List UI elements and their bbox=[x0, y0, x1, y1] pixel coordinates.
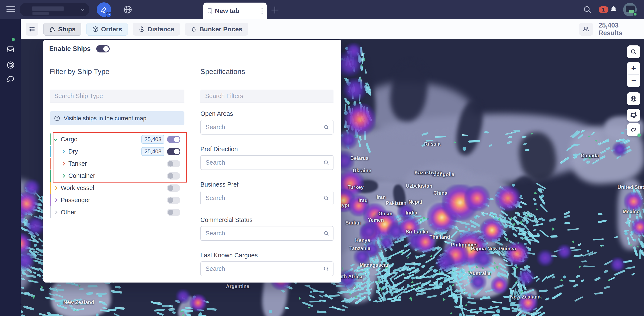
spec-search-input-business-pref[interactable] bbox=[201, 195, 323, 202]
spec-search-input-commercial-status[interactable] bbox=[201, 230, 323, 237]
ship-track bbox=[206, 307, 216, 311]
bookmark-icon bbox=[207, 8, 212, 14]
chevron-right-icon[interactable] bbox=[54, 198, 58, 202]
ship-type-row-other[interactable]: Other bbox=[43, 206, 192, 218]
ship-marker bbox=[465, 226, 467, 228]
sidebar-radar-button[interactable] bbox=[6, 61, 15, 70]
compose-dropdown-badge[interactable] bbox=[106, 12, 112, 18]
global-search-button[interactable] bbox=[583, 5, 592, 15]
other-toggle[interactable] bbox=[167, 209, 180, 216]
plus-icon: + bbox=[631, 64, 636, 72]
ship-track bbox=[582, 260, 587, 263]
dry-toggle[interactable] bbox=[167, 148, 180, 155]
new-tab-button[interactable] bbox=[271, 6, 279, 14]
density-heat-blob bbox=[24, 179, 40, 196]
ship-track bbox=[583, 265, 594, 267]
mode-button-ships[interactable]: Ships bbox=[44, 23, 81, 36]
density-heat-blob bbox=[343, 78, 366, 101]
chevron-right-icon[interactable] bbox=[62, 150, 65, 153]
map-country-label: United States bbox=[618, 185, 644, 190]
cargo-toggle[interactable] bbox=[167, 136, 180, 143]
ship-type-row-tanker[interactable]: Tanker bbox=[43, 157, 192, 170]
ship-track bbox=[593, 239, 604, 241]
chevron-right-icon[interactable] bbox=[62, 162, 65, 166]
chevron-right-icon[interactable] bbox=[54, 186, 58, 190]
list-view-button[interactable] bbox=[26, 23, 38, 36]
spec-label-last-known-cargoes: Last Known Cargoes bbox=[200, 252, 258, 259]
ship-track bbox=[551, 292, 562, 300]
ship-track bbox=[426, 295, 437, 298]
notification-count-badge[interactable]: 1 bbox=[599, 6, 608, 13]
spec-search-input-open-areas[interactable] bbox=[201, 124, 323, 131]
spec-filters-search-input[interactable] bbox=[200, 90, 334, 103]
container-toggle[interactable] bbox=[167, 172, 180, 180]
ship-track bbox=[539, 229, 549, 238]
panel-header: Enable Ships bbox=[43, 40, 342, 58]
ship-marker bbox=[468, 228, 470, 231]
ship-track bbox=[581, 279, 584, 282]
ship-track bbox=[577, 243, 582, 246]
ship-track bbox=[569, 280, 576, 282]
work-vessel-toggle[interactable] bbox=[167, 185, 180, 192]
ship-track bbox=[541, 276, 547, 282]
contacts-filter-button[interactable] bbox=[579, 23, 593, 36]
spec-search-input-pref-direction[interactable] bbox=[201, 159, 323, 166]
mode-button-orders[interactable]: Orders bbox=[86, 23, 128, 36]
ship-type-row-cargo[interactable]: Cargo25,403 bbox=[43, 133, 192, 145]
map-country-label: China bbox=[434, 190, 447, 196]
density-heat-blob bbox=[491, 276, 508, 294]
language-globe-button[interactable] bbox=[123, 5, 132, 15]
map-country-label: Turkey bbox=[348, 185, 364, 190]
enable-ships-toggle[interactable] bbox=[96, 45, 110, 52]
spec-search-input-last-known-cargoes[interactable] bbox=[201, 265, 323, 272]
ship-marker bbox=[571, 240, 574, 243]
density-heat-blob bbox=[436, 253, 455, 272]
tab-new-tab[interactable]: New tab bbox=[204, 3, 267, 19]
account-selector[interactable] bbox=[20, 3, 90, 17]
ship-track bbox=[390, 299, 396, 302]
chevron-right-icon[interactable] bbox=[54, 210, 58, 214]
map-polygon-button[interactable] bbox=[627, 109, 640, 121]
tab-menu-icon[interactable] bbox=[262, 8, 263, 14]
ship-type-search-input[interactable] bbox=[50, 90, 184, 103]
ship-type-row-passenger[interactable]: Passenger bbox=[43, 194, 192, 206]
density-heat-blob bbox=[26, 216, 45, 236]
redacted-text bbox=[32, 12, 49, 15]
ship-type-row-work-vessel[interactable]: Work vessel bbox=[43, 182, 192, 194]
count-badge: 25,403 bbox=[142, 147, 164, 156]
polygon-icon bbox=[630, 112, 637, 118]
sidebar-chat-button[interactable] bbox=[6, 75, 15, 84]
zoom-in-button[interactable]: + bbox=[627, 62, 640, 74]
map-search-button[interactable] bbox=[627, 45, 640, 58]
notifications-bell-button[interactable] bbox=[610, 5, 618, 14]
hamburger-menu-icon[interactable] bbox=[6, 6, 15, 13]
chevron-right-icon[interactable] bbox=[62, 174, 65, 178]
ship-type-label: Dry bbox=[68, 148, 78, 155]
ship-marker bbox=[634, 239, 636, 242]
ship-marker bbox=[624, 232, 628, 235]
search-icon bbox=[323, 124, 329, 130]
ship-track bbox=[57, 289, 64, 291]
zoom-out-button[interactable]: − bbox=[627, 75, 640, 87]
passenger-toggle[interactable] bbox=[167, 197, 180, 204]
ship-track bbox=[40, 288, 45, 291]
ship-type-row-dry[interactable]: Dry25,403 bbox=[43, 145, 192, 157]
ship-track bbox=[574, 296, 583, 302]
ship-marker bbox=[587, 250, 590, 252]
mode-button-bunker-prices[interactable]: Bunker Prices bbox=[185, 23, 248, 36]
ship-track bbox=[98, 295, 102, 297]
ship-marker bbox=[308, 306, 311, 309]
tanker-toggle[interactable] bbox=[167, 160, 180, 167]
ship-type-row-container[interactable]: Container bbox=[43, 170, 192, 182]
ship-marker bbox=[468, 293, 471, 297]
user-avatar[interactable] bbox=[623, 3, 637, 17]
mode-button-distance[interactable]: Distance bbox=[133, 23, 180, 36]
density-heat-blob bbox=[518, 269, 534, 286]
sidebar-inbox-button[interactable] bbox=[6, 46, 14, 54]
chevron-down-icon[interactable] bbox=[54, 137, 58, 141]
ship-track bbox=[594, 292, 603, 295]
ship-track bbox=[168, 308, 175, 311]
mode-toolbar: ShipsOrdersDistanceBunker Prices 25,403 … bbox=[21, 19, 644, 39]
ship-marker bbox=[462, 147, 466, 151]
map-globe-button[interactable] bbox=[627, 92, 640, 105]
